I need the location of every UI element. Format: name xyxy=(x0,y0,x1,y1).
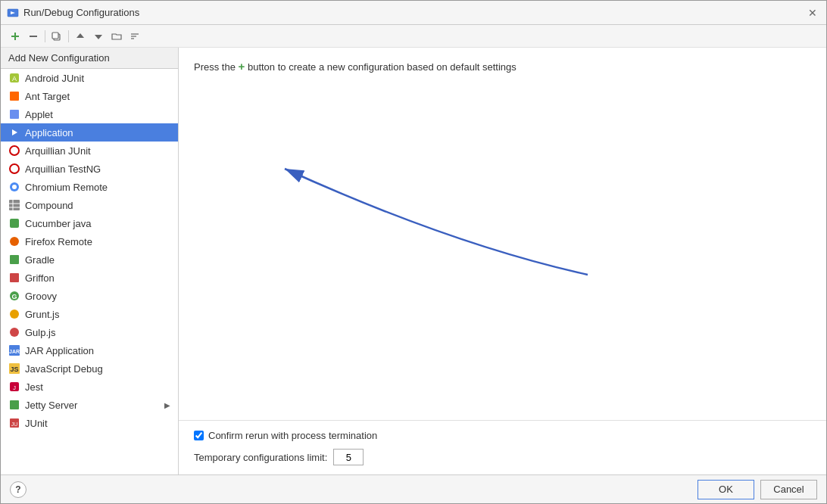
sidebar-item-javascript-debug[interactable]: JSJavaScript Debug xyxy=(1,359,178,378)
svg-point-19 xyxy=(10,164,19,173)
checkbox-row: Confirm rerun with process termination xyxy=(194,430,811,441)
footer: ? OK Cancel xyxy=(1,474,826,503)
dialog-icon xyxy=(7,7,19,19)
svg-rect-6 xyxy=(52,33,58,39)
svg-text:G: G xyxy=(11,293,17,300)
item-label-jar-application: JAR Application xyxy=(25,345,94,356)
run-debug-dialog: Run/Debug Configurations ✕ xyxy=(0,0,827,504)
copy-icon xyxy=(51,31,62,42)
add-button[interactable] xyxy=(7,28,23,45)
item-label-junit: JUnit xyxy=(25,418,48,429)
help-button[interactable]: ? xyxy=(10,481,27,498)
item-icon-cucumber-java xyxy=(8,217,20,229)
move-up-button[interactable] xyxy=(72,28,89,45)
content-area: Press the + button to create a new confi… xyxy=(179,48,826,474)
content-main: Press the + button to create a new confi… xyxy=(179,48,826,420)
item-icon-junit: JU xyxy=(8,417,20,429)
svg-text:JS: JS xyxy=(10,366,18,373)
sidebar-item-application[interactable]: Application xyxy=(1,123,178,142)
arrow-annotation xyxy=(224,93,679,305)
sidebar-item-firefox-remote[interactable]: Firefox Remote xyxy=(1,232,178,250)
close-button[interactable]: ✕ xyxy=(805,5,820,20)
cancel-button[interactable]: Cancel xyxy=(760,480,817,499)
sidebar-item-gradle[interactable]: Gradle xyxy=(1,250,178,269)
item-icon-chromium-remote xyxy=(8,181,20,193)
item-icon-gruntjs xyxy=(8,308,20,320)
copy-button[interactable] xyxy=(48,28,65,45)
bottom-panel: Confirm rerun with process termination T… xyxy=(179,420,826,474)
item-label-arquillian-junit: Arquillian JUnit xyxy=(25,145,91,157)
item-icon-javascript-debug: JS xyxy=(8,362,20,375)
remove-icon xyxy=(28,31,39,42)
item-label-android-junit: Android JUnit xyxy=(25,73,84,84)
limit-label: Temporary configurations limit: xyxy=(194,452,327,463)
toolbar-separator-1 xyxy=(45,30,45,42)
sidebar-item-chromium-remote[interactable]: Chromium Remote xyxy=(1,178,178,196)
move-down-button[interactable] xyxy=(90,28,107,45)
main-area: Add New Configuration AAndroid JUnitAnt … xyxy=(1,48,826,474)
confirm-rerun-label: Confirm rerun with process termination xyxy=(208,430,377,441)
item-icon-arquillian-testng xyxy=(8,163,20,175)
limit-input[interactable] xyxy=(333,449,364,465)
item-label-ant-target: Ant Target xyxy=(25,91,70,102)
sidebar-item-arquillian-junit[interactable]: Arquillian JUnit xyxy=(1,142,178,160)
remove-button[interactable] xyxy=(25,28,42,45)
sidebar-item-gulpjs[interactable]: Gulp.js xyxy=(1,323,178,341)
sidebar-list: AAndroid JUnitAnt TargetAppletApplicatio… xyxy=(1,69,178,474)
item-icon-android-junit: A xyxy=(8,72,20,84)
toolbar-separator-2 xyxy=(68,30,69,42)
confirm-rerun-checkbox[interactable] xyxy=(194,431,204,440)
add-icon xyxy=(10,31,20,42)
item-label-jetty-server: Jetty Server xyxy=(25,400,77,411)
prompt-suffix: button to create a new configuration bas… xyxy=(248,61,516,73)
sidebar-item-groovy[interactable]: GGroovy xyxy=(1,287,178,305)
item-icon-jest: J xyxy=(8,381,20,393)
sidebar-item-jar-application[interactable]: JARJAR Application xyxy=(1,341,178,359)
svg-point-21 xyxy=(12,185,17,189)
ok-button[interactable]: OK xyxy=(697,480,754,499)
plus-icon: + xyxy=(239,60,245,73)
item-icon-applet xyxy=(8,108,20,120)
dialog-title: Run/Debug Configurations xyxy=(23,7,139,18)
sidebar-item-cucumber-java[interactable]: Cucumber java xyxy=(1,214,178,232)
sidebar-item-gruntjs[interactable]: Grunt.js xyxy=(1,305,178,323)
limit-row: Temporary configurations limit: xyxy=(194,449,811,465)
item-label-groovy: Groovy xyxy=(25,291,57,302)
svg-rect-14 xyxy=(10,92,19,101)
folder-icon xyxy=(111,31,122,42)
sidebar-item-junit[interactable]: JUJUnit xyxy=(1,414,178,432)
svg-rect-26 xyxy=(10,219,19,228)
sidebar-item-ant-target[interactable]: Ant Target xyxy=(1,87,178,105)
item-label-gulpjs: Gulp.js xyxy=(25,327,55,338)
footer-right: OK Cancel xyxy=(697,480,817,499)
item-icon-griffon xyxy=(8,272,20,284)
svg-text:JAR: JAR xyxy=(9,349,20,354)
item-icon-application xyxy=(8,126,20,138)
sidebar-item-android-junit[interactable]: AAndroid JUnit xyxy=(1,69,178,87)
prompt-text: Press the + button to create a new confi… xyxy=(194,60,811,73)
footer-left: ? xyxy=(10,481,27,498)
item-icon-groovy: G xyxy=(8,290,20,302)
svg-text:J: J xyxy=(13,384,16,391)
svg-text:A: A xyxy=(12,75,17,82)
svg-rect-28 xyxy=(10,255,19,264)
item-label-jest: Jest xyxy=(25,381,43,393)
item-label-arquillian-testng: Arquillian TestNG xyxy=(25,163,101,175)
item-label-javascript-debug: JavaScript Debug xyxy=(25,363,103,375)
item-label-firefox-remote: Firefox Remote xyxy=(25,236,92,247)
item-label-application: Application xyxy=(25,127,73,138)
sidebar-item-jetty-server[interactable]: Jetty Server▶ xyxy=(1,396,178,414)
sidebar-item-applet[interactable]: Applet xyxy=(1,105,178,123)
folder-button[interactable] xyxy=(108,28,125,45)
item-icon-gulpjs xyxy=(8,326,20,338)
svg-rect-15 xyxy=(10,110,19,119)
item-label-gruntjs: Grunt.js xyxy=(25,309,60,320)
sidebar-header: Add New Configuration xyxy=(1,48,178,69)
sort-button[interactable] xyxy=(126,28,143,45)
item-label-applet: Applet xyxy=(25,109,53,120)
sidebar-item-jest[interactable]: JJest xyxy=(1,378,178,396)
sidebar-item-arquillian-testng[interactable]: Arquillian TestNG xyxy=(1,160,178,178)
item-label-griffon: Griffon xyxy=(25,272,55,284)
sidebar-item-griffon[interactable]: Griffon xyxy=(1,269,178,287)
sidebar-item-compound[interactable]: Compound xyxy=(1,196,178,214)
